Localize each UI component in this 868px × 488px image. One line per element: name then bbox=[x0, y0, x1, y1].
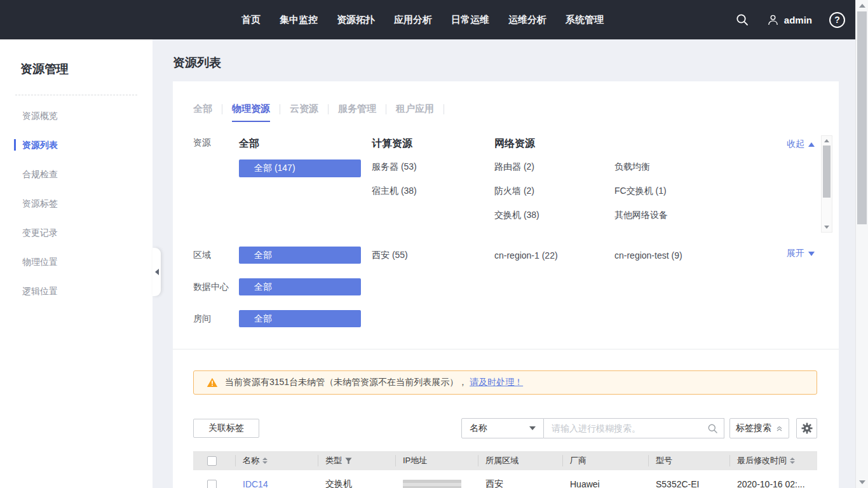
nav-item-central-monitoring[interactable]: 集中监控 bbox=[280, 14, 318, 26]
room-all-button[interactable]: 全部 bbox=[239, 310, 361, 327]
tab-separator bbox=[280, 104, 280, 114]
filter-item-fc-switch[interactable]: FC交换机 (1) bbox=[614, 186, 818, 198]
tab-tenant-applications[interactable]: 租户应用 bbox=[396, 103, 434, 122]
nav-menu: 首页 集中监控 资源拓扑 应用分析 日常运维 运维分析 系统管理 bbox=[241, 0, 604, 39]
sort-icon[interactable] bbox=[262, 458, 268, 464]
filter-row-datacenter: 数据中心 全部 bbox=[193, 278, 818, 295]
column-header-model[interactable]: 型号 bbox=[656, 455, 672, 466]
tab-physical-resources[interactable]: 物理资源 bbox=[232, 103, 270, 122]
filter-funnel-icon[interactable] bbox=[345, 458, 352, 464]
user-icon bbox=[766, 13, 780, 27]
collapse-arrow-icon bbox=[808, 142, 815, 147]
nav-item-home[interactable]: 首页 bbox=[241, 14, 261, 26]
cell-vendor: Huawei bbox=[562, 479, 648, 488]
sidebar-item-physical-location[interactable]: 物理位置 bbox=[0, 247, 153, 276]
sidebar-collapse-handle[interactable] bbox=[153, 248, 161, 296]
resource-name-link[interactable]: IDC14 bbox=[243, 479, 268, 488]
tab-cloud-resources[interactable]: 云资源 bbox=[290, 103, 318, 122]
scroll-down-icon[interactable] bbox=[859, 480, 865, 484]
filter-item-server[interactable]: 服务器 (53) bbox=[372, 161, 494, 174]
search-input[interactable] bbox=[552, 423, 703, 433]
warning-text: 当前资源有3151台未纳管（未纳管资源不在当前列表展示）， bbox=[225, 377, 467, 388]
scrollbar-thumb[interactable] bbox=[823, 146, 831, 198]
column-header-name[interactable]: 名称 bbox=[243, 455, 259, 466]
scroll-up-icon[interactable] bbox=[859, 4, 865, 8]
filter-label-region: 区域 bbox=[193, 250, 239, 261]
filter-panel-scrollbar[interactable] bbox=[821, 135, 832, 233]
filter-item-load-balancer[interactable]: 负载均衡 bbox=[614, 161, 818, 174]
content-card: 全部 物理资源 云资源 服务管理 租户应用 资源 全部 全部 (147) 计算资… bbox=[173, 81, 839, 488]
nav-item-daily-ops[interactable]: 日常运维 bbox=[451, 14, 489, 26]
sidebar-item-compliance-check[interactable]: 合规检查 bbox=[0, 159, 153, 189]
column-header-vendor[interactable]: 厂商 bbox=[570, 455, 587, 466]
help-icon[interactable] bbox=[829, 12, 845, 28]
filter-item-firewall[interactable]: 防火墙 (2) bbox=[494, 186, 614, 198]
filter-item-router[interactable]: 路由器 (2) bbox=[494, 161, 614, 174]
filter-row-resource: 资源 全部 全部 (147) 计算资源 服务器 (53) 宿主机 (38) 网络… bbox=[193, 137, 818, 222]
tab-service-management[interactable]: 服务管理 bbox=[338, 103, 376, 122]
double-chevron-up-icon bbox=[776, 425, 783, 432]
column-header-type[interactable]: 类型 bbox=[325, 455, 342, 466]
sidebar-item-change-records[interactable]: 变更记录 bbox=[0, 218, 153, 247]
section-divider bbox=[173, 349, 839, 349]
expand-link[interactable]: 展开 bbox=[787, 248, 815, 259]
handle-now-link[interactable]: 请及时处理！ bbox=[470, 377, 523, 388]
search-icon[interactable] bbox=[735, 13, 749, 27]
scroll-up-icon[interactable] bbox=[824, 139, 829, 142]
search-field-select[interactable]: 名称 bbox=[461, 418, 544, 438]
filter-panel: 资源 全部 全部 (147) 计算资源 服务器 (53) 宿主机 (38) 网络… bbox=[193, 137, 818, 327]
filter-group-compute-header: 计算资源 bbox=[372, 137, 494, 150]
filter-row-region: 区域 全部 西安 (55) cn-region-1 (22) cn-region… bbox=[193, 247, 818, 264]
masked-ip-value bbox=[403, 480, 461, 488]
region-all-button[interactable]: 全部 bbox=[239, 247, 361, 264]
sidebar-item-resource-list[interactable]: 资源列表 bbox=[0, 130, 153, 159]
associate-tag-button[interactable]: 关联标签 bbox=[193, 419, 259, 438]
nav-item-system-management[interactable]: 系统管理 bbox=[566, 14, 604, 26]
nav-item-resource-topology[interactable]: 资源拓扑 bbox=[337, 14, 375, 26]
select-all-checkbox[interactable] bbox=[207, 456, 217, 466]
table-row[interactable]: IDC14 交换机 西安 Huawei S5352C-EI 2020-10-16… bbox=[193, 470, 817, 488]
sort-icon[interactable] bbox=[790, 458, 795, 464]
settings-button[interactable] bbox=[796, 418, 817, 438]
filter-all-button[interactable]: 全部 (147) bbox=[239, 159, 361, 177]
page-scrollbar[interactable] bbox=[855, 0, 868, 488]
nav-item-ops-analysis[interactable]: 运维分析 bbox=[508, 14, 546, 26]
tag-search-button[interactable]: 标签搜索 bbox=[729, 418, 789, 438]
filter-label-room: 房间 bbox=[193, 313, 239, 325]
filter-item-other-network-device[interactable]: 其他网络设备 bbox=[614, 210, 818, 222]
tab-separator bbox=[328, 104, 329, 114]
sidebar-title: 资源管理 bbox=[20, 61, 153, 78]
filter-item-switch[interactable]: 交换机 (38) bbox=[494, 210, 614, 222]
column-header-ip[interactable]: IP地址 bbox=[403, 455, 427, 466]
resource-table: 名称 类型 IP地址 所属区域 厂商 型号 最后修改时间 IDC14 交换机 西… bbox=[193, 451, 817, 488]
expand-arrow-icon bbox=[808, 252, 815, 256]
sidebar-divider bbox=[15, 95, 137, 95]
sidebar-item-resource-tags[interactable]: 资源标签 bbox=[0, 189, 153, 218]
filter-item-xian[interactable]: 西安 (55) bbox=[372, 250, 494, 261]
table-header-row: 名称 类型 IP地址 所属区域 厂商 型号 最后修改时间 bbox=[193, 451, 817, 470]
filter-row-room: 房间 全部 bbox=[193, 310, 818, 327]
filter-item-cn-region-1[interactable]: cn-region-1 (22) bbox=[494, 250, 614, 261]
search-field-value: 名称 bbox=[470, 423, 487, 434]
tab-all[interactable]: 全部 bbox=[193, 103, 212, 122]
sidebar-item-logical-location[interactable]: 逻辑位置 bbox=[0, 276, 153, 306]
chevron-down-icon bbox=[529, 426, 536, 430]
sidebar-item-resource-overview[interactable]: 资源概览 bbox=[0, 101, 153, 130]
filter-item-host[interactable]: 宿主机 (38) bbox=[372, 186, 494, 198]
warning-icon bbox=[207, 377, 218, 388]
row-checkbox[interactable] bbox=[207, 480, 217, 488]
column-header-modified[interactable]: 最后修改时间 bbox=[737, 455, 787, 466]
column-header-region[interactable]: 所属区域 bbox=[485, 455, 519, 466]
cell-region: 西安 bbox=[478, 478, 562, 488]
user-menu[interactable]: admin bbox=[766, 13, 812, 27]
search-icon[interactable] bbox=[707, 423, 718, 437]
nav-item-application-analysis[interactable]: 应用分析 bbox=[394, 14, 432, 26]
scrollbar-thumb[interactable] bbox=[857, 11, 867, 224]
toolbar: 关联标签 名称 标签搜索 bbox=[193, 418, 817, 438]
cell-model: S5352C-EI bbox=[648, 479, 729, 488]
datacenter-all-button[interactable]: 全部 bbox=[239, 278, 361, 295]
scroll-down-icon[interactable] bbox=[824, 226, 829, 229]
collapse-link[interactable]: 收起 bbox=[787, 139, 815, 150]
filter-group-network-header: 网络资源 bbox=[494, 137, 614, 150]
user-name: admin bbox=[784, 15, 812, 25]
